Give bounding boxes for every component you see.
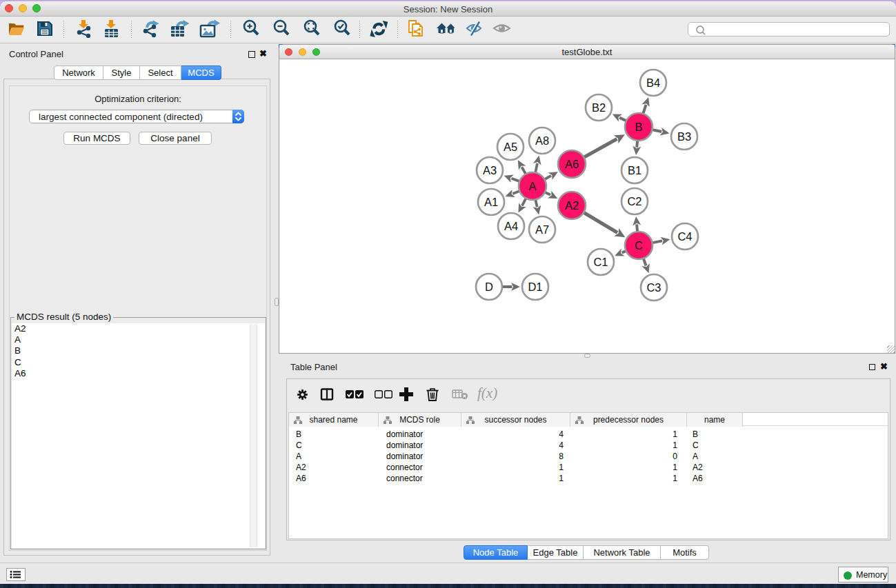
svg-text:B2: B2 <box>592 101 606 114</box>
svg-text:A7: A7 <box>535 223 549 236</box>
svg-text:C3: C3 <box>646 281 661 294</box>
svg-text:A8: A8 <box>535 134 549 147</box>
svg-text:C2: C2 <box>627 195 641 207</box>
svg-text:A2: A2 <box>565 199 579 212</box>
svg-text:A3: A3 <box>483 164 497 176</box>
svg-text:B1: B1 <box>628 164 641 176</box>
svg-text:A6: A6 <box>565 158 579 170</box>
svg-text:A1: A1 <box>484 196 498 208</box>
svg-text:B: B <box>635 121 642 133</box>
svg-text:B3: B3 <box>677 130 691 143</box>
svg-text:C4: C4 <box>677 230 692 243</box>
svg-text:A5: A5 <box>504 141 517 153</box>
svg-text:D: D <box>485 281 493 293</box>
svg-text:D1: D1 <box>528 281 542 293</box>
svg-text:A: A <box>528 180 536 192</box>
svg-text:C1: C1 <box>593 256 608 268</box>
svg-text:C: C <box>635 239 643 252</box>
svg-text:B4: B4 <box>646 77 660 89</box>
svg-text:A4: A4 <box>504 220 518 232</box>
